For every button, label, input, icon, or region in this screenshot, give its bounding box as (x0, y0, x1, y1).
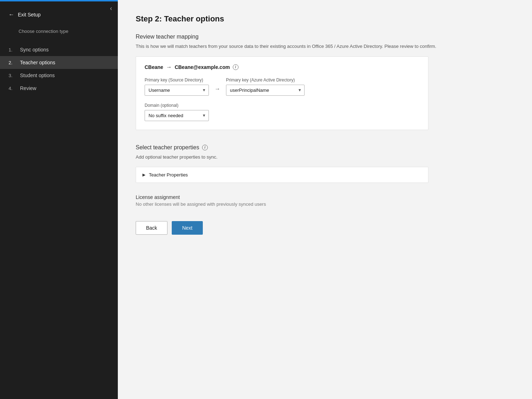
target-key-select-wrapper: userPrincipalName email samAccountName ▼ (226, 85, 305, 96)
mapping-target: CBeane@example.com (175, 64, 230, 70)
properties-section-header: Select teacher properties i (136, 144, 511, 151)
sidebar-item-teacher-options[interactable]: 2. Teacher options (0, 56, 118, 69)
back-button[interactable]: Back (136, 221, 167, 235)
domain-row: Domain (optional) No suffix needed examp… (145, 102, 420, 121)
source-key-label: Primary key (Source Directory) (145, 78, 209, 83)
properties-section-desc: Add optional teacher properties to sync. (136, 154, 511, 161)
teacher-properties-panel: ▶ Teacher Properties (136, 167, 428, 183)
review-section-desc: This is how we will match teachers from … (136, 43, 511, 50)
domain-select-wrapper-container: No suffix needed example.com contoso.com… (145, 110, 420, 121)
teacher-properties-header[interactable]: ▶ Teacher Properties (136, 167, 428, 183)
domain-select[interactable]: No suffix needed example.com contoso.com (145, 110, 209, 121)
source-key-select[interactable]: Username Email EmployeeId (145, 85, 209, 96)
main-content: Step 2: Teacher options Review teacher m… (118, 0, 532, 399)
expand-arrow-icon: ▶ (142, 173, 145, 177)
mapping-card: CBeane → CBeane@example.com i Primary ke… (136, 56, 428, 130)
next-button[interactable]: Next (172, 221, 203, 235)
target-key-col: Primary key (Azure Active Directory) use… (226, 78, 305, 96)
step-1-num: 1. (9, 47, 16, 53)
back-arrow-icon: ← (9, 11, 14, 18)
keys-arrow: → (215, 86, 220, 96)
license-section: License assignment No other licenses wil… (136, 194, 511, 207)
step-2-num: 2. (9, 60, 16, 65)
sidebar-item-connection-type[interactable]: Choose connection type (0, 25, 118, 38)
step-3-num: 3. (9, 73, 16, 78)
mapping-keys-row: Primary key (Source Directory) Username … (145, 78, 420, 96)
step-3-label: Student options (20, 73, 55, 78)
collapse-icon: ‹ (110, 5, 112, 12)
properties-info-icon[interactable]: i (202, 145, 208, 150)
domain-select-wrapper: No suffix needed example.com contoso.com… (145, 110, 209, 121)
mapping-preview: CBeane → CBeane@example.com i (145, 64, 420, 70)
exit-setup-label: Exit Setup (18, 12, 41, 18)
source-key-select-wrapper: Username Email EmployeeId ▼ (145, 85, 209, 96)
source-key-col: Primary key (Source Directory) Username … (145, 78, 209, 96)
mapping-preview-arrow: → (166, 64, 172, 70)
review-mapping-section: Review teacher mapping This is how we wi… (136, 34, 511, 130)
page-title: Step 2: Teacher options (136, 14, 511, 24)
sidebar-item-sync-options[interactable]: 1. Sync options (0, 43, 118, 56)
step-2-label: Teacher options (20, 60, 55, 65)
mapping-source: CBeane (145, 64, 163, 70)
teacher-properties-section: Select teacher properties i Add optional… (136, 144, 511, 183)
sidebar-collapse-button[interactable]: ‹ (110, 5, 112, 11)
sidebar-item-review[interactable]: 4. Review (0, 82, 118, 95)
footer-buttons: Back Next (136, 221, 511, 235)
step-4-num: 4. (9, 86, 16, 91)
sidebar-item-student-options[interactable]: 3. Student options (0, 69, 118, 82)
mapping-info-icon[interactable]: i (233, 64, 239, 70)
connection-type-label: Choose connection type (19, 29, 68, 34)
properties-section-title: Select teacher properties (136, 144, 199, 151)
domain-label: Domain (optional) (145, 103, 179, 108)
step-4-label: Review (20, 85, 36, 91)
sidebar-nav: 1. Sync options 2. Teacher options 3. St… (0, 38, 118, 100)
sidebar: ‹ ← Exit Setup Choose connection type 1.… (0, 0, 118, 399)
license-title: License assignment (136, 194, 511, 200)
step-1-label: Sync options (20, 47, 49, 53)
target-key-label: Primary key (Azure Active Directory) (226, 78, 305, 83)
target-key-select[interactable]: userPrincipalName email samAccountName (226, 85, 305, 96)
exit-setup-link[interactable]: ← Exit Setup (0, 1, 118, 25)
license-desc: No other licenses will be assigned with … (136, 201, 511, 207)
review-section-title: Review teacher mapping (136, 34, 511, 40)
teacher-properties-label: Teacher Properties (149, 172, 188, 178)
